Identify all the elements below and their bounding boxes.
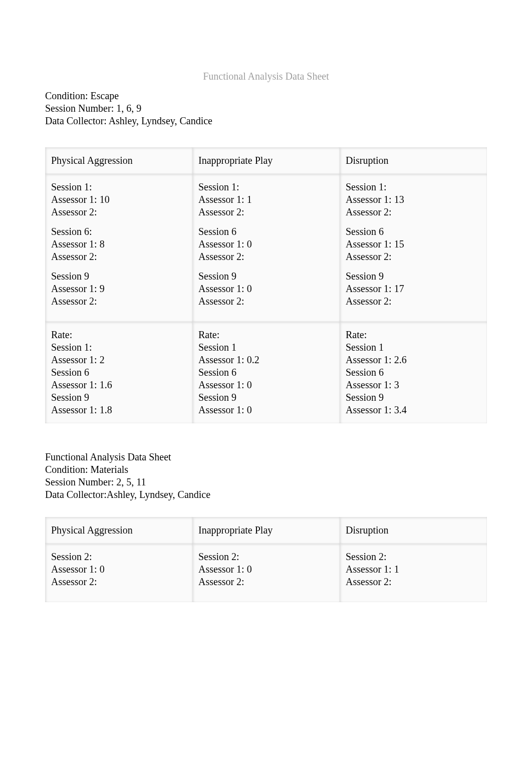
assessor2: Assessor 2:	[51, 576, 186, 588]
rate-line: Session 1	[346, 341, 481, 354]
sheet2-table: Physical Aggression Inappropriate Play D…	[45, 517, 487, 602]
rate-cell: Rate: Session 1 Assessor 1: 2.6 Session …	[340, 322, 487, 423]
session-label: Session 6	[346, 225, 481, 238]
assessor2: Assessor 2:	[51, 250, 186, 263]
col-header: Physical Aggression	[51, 154, 186, 167]
assessor1: Assessor 1: 15	[346, 238, 481, 250]
spacer	[51, 218, 186, 225]
assessor2: Assessor 2:	[346, 295, 481, 308]
rate-line: Assessor 1: 1.8	[51, 404, 186, 416]
assessor2: Assessor 2:	[346, 250, 481, 263]
assessor1: Assessor 1: 10	[51, 193, 186, 206]
rate-cell: Rate: Session 1: Assessor 1: 2 Session 6…	[45, 322, 192, 423]
rate-line: Assessor 1: 2	[51, 354, 186, 366]
table-row: Physical Aggression Inappropriate Play D…	[45, 147, 487, 174]
spacer	[51, 588, 186, 595]
doc-title: Functional Analysis Data Sheet	[45, 70, 487, 83]
col-header: Inappropriate Play	[198, 154, 334, 167]
assessor2: Assessor 2:	[346, 576, 481, 588]
spacer	[198, 218, 334, 225]
rate-line: Session 9	[198, 391, 334, 404]
header-cell: Disruption	[340, 147, 487, 174]
session-number: Session Number: 2, 5, 11	[45, 476, 487, 488]
col-header: Inappropriate Play	[198, 524, 334, 537]
assessor2: Assessor 2:	[198, 206, 334, 218]
spacer	[51, 308, 186, 315]
rate-line: Rate:	[346, 329, 481, 341]
table-row: Rate: Session 1: Assessor 1: 2 Session 6…	[45, 322, 487, 423]
spacer	[51, 263, 186, 270]
spacer	[346, 588, 481, 595]
assessor2: Assessor 2:	[198, 295, 334, 308]
data-cell: Session 2: Assessor 1: 1 Assessor 2:	[340, 544, 487, 602]
spacer	[346, 218, 481, 225]
data-cell: Session 1: Assessor 1: 13 Assessor 2: Se…	[340, 174, 487, 322]
session-label: Session 1:	[346, 181, 481, 193]
spacer	[346, 308, 481, 315]
data-cell: Session 2: Assessor 1: 0 Assessor 2:	[45, 544, 192, 602]
rate-line: Rate:	[198, 329, 334, 341]
table-row: Session 1: Assessor 1: 10 Assessor 2: Se…	[45, 174, 487, 322]
assessor1: Assessor 1: 17	[346, 283, 481, 295]
spacer	[198, 588, 334, 595]
assessor2: Assessor 2:	[51, 206, 186, 218]
session-label: Session 1:	[198, 181, 334, 193]
rate-line: Session 6	[51, 366, 186, 379]
rate-line: Session 6	[198, 366, 334, 379]
header-cell: Inappropriate Play	[192, 517, 340, 544]
assessor2: Assessor 2:	[198, 250, 334, 263]
data-cell: Session 1: Assessor 1: 10 Assessor 2: Se…	[45, 174, 192, 322]
rate-cell: Rate: Session 1 Assessor 1: 0.2 Session …	[192, 322, 340, 423]
header-cell: Disruption	[340, 517, 487, 544]
condition: Condition: Escape	[45, 90, 487, 102]
assessor1: Assessor 1: 1	[198, 193, 334, 206]
spacer	[346, 263, 481, 270]
assessor2: Assessor 2:	[198, 576, 334, 588]
header-cell: Physical Aggression	[45, 517, 192, 544]
assessor1: Assessor 1: 0	[198, 563, 334, 576]
sheet2-title: Functional Analysis Data Sheet	[45, 451, 487, 463]
sheet2-meta: Functional Analysis Data Sheet Condition…	[45, 451, 487, 501]
rate-line: Assessor 1: 3.4	[346, 404, 481, 416]
header-cell: Physical Aggression	[45, 147, 192, 174]
condition: Condition: Materials	[45, 463, 487, 476]
rate-line: Assessor 1: 0.2	[198, 354, 334, 366]
session-label: Session 9	[198, 270, 334, 283]
rate-line: Assessor 1: 2.6	[346, 354, 481, 366]
table-row: Physical Aggression Inappropriate Play D…	[45, 517, 487, 544]
rate-line: Rate:	[51, 329, 186, 341]
session-label: Session 2:	[198, 551, 334, 563]
rate-line: Session 1	[198, 341, 334, 354]
col-header: Disruption	[346, 154, 481, 167]
rate-line: Session 9	[51, 391, 186, 404]
assessor1: Assessor 1: 0	[198, 238, 334, 250]
spacer	[45, 501, 487, 517]
spacer	[198, 308, 334, 315]
collector-value: Ashley, Lyndsey, Candice	[107, 489, 210, 500]
assessor1: Assessor 1: 13	[346, 193, 481, 206]
rate-line: Session 6	[346, 366, 481, 379]
session-label: Session 2:	[346, 551, 481, 563]
sheet1-table: Physical Aggression Inappropriate Play D…	[45, 147, 487, 423]
assessor2: Assessor 2:	[51, 295, 186, 308]
session-label: Session 1:	[51, 181, 186, 193]
col-header: Disruption	[346, 524, 481, 537]
session-label: Session 9	[51, 270, 186, 283]
session-number: Session Number: 1, 6, 9	[45, 102, 487, 115]
rate-line: Assessor 1: 0	[198, 404, 334, 416]
assessor1: Assessor 1: 8	[51, 238, 186, 250]
session-label: Session 6:	[51, 225, 186, 238]
data-collector: Data Collector:Ashley, Lyndsey, Candice	[45, 488, 487, 501]
assessor2: Assessor 2:	[346, 206, 481, 218]
rate-line: Assessor 1: 0	[198, 379, 334, 391]
assessor1: Assessor 1: 1	[346, 563, 481, 576]
spacer	[198, 263, 334, 270]
rate-line: Session 1:	[51, 341, 186, 354]
col-header: Physical Aggression	[51, 524, 186, 537]
rate-line: Assessor 1: 1.6	[51, 379, 186, 391]
data-cell: Session 2: Assessor 1: 0 Assessor 2:	[192, 544, 340, 602]
rate-line: Session 9	[346, 391, 481, 404]
data-cell: Session 1: Assessor 1: 1 Assessor 2: Ses…	[192, 174, 340, 322]
table-row: Session 2: Assessor 1: 0 Assessor 2: Ses…	[45, 544, 487, 602]
assessor1: Assessor 1: 0	[198, 283, 334, 295]
